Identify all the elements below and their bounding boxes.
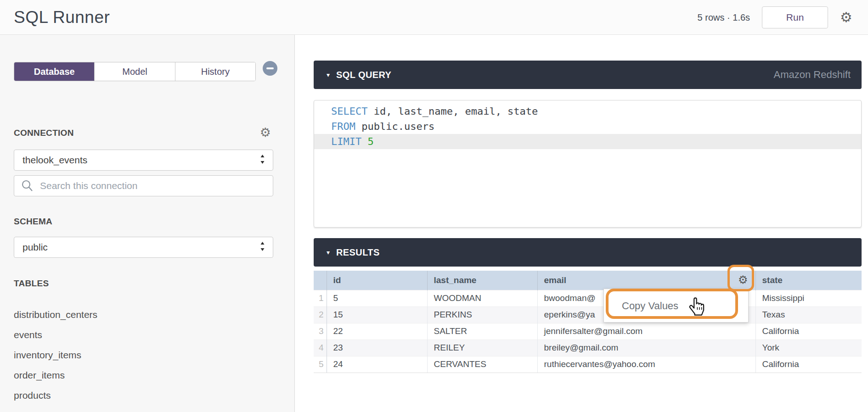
table-item-users[interactable]: users (14, 406, 271, 412)
connection-search (14, 175, 273, 196)
cell-last-name[interactable]: SALTER (427, 323, 537, 340)
table-item-order-items[interactable]: order_items (14, 365, 271, 385)
tables-label: TABLES (14, 278, 49, 289)
tables-header-row: TABLES (14, 278, 271, 289)
cell-email[interactable]: jennifersalter@gmail.com (537, 323, 755, 340)
table-row: 2 15 PERKINS eperkins@ya Texas (314, 306, 862, 323)
cell-id[interactable]: 5 (327, 290, 427, 306)
cell-id[interactable]: 24 (327, 356, 427, 373)
sql-text: public.users (355, 121, 434, 132)
tab-model[interactable]: Model (95, 62, 175, 81)
tables-list: distribution_centers events inventory_it… (14, 305, 271, 412)
column-header-id[interactable]: id (327, 271, 427, 290)
sidebar-tab-bar: Database Model History (14, 62, 256, 81)
cell-state[interactable]: California (755, 356, 862, 373)
chevron-down-icon[interactable]: ▾ (327, 249, 330, 256)
schema-label: SCHEMA (14, 217, 52, 227)
annotation-box-copy-values (606, 289, 738, 319)
table-row: 3 22 SALTER jennifersalter@gmail.com Cal… (314, 323, 862, 340)
updown-arrows-icon (259, 154, 265, 166)
table-row: 4 23 REILEY breiley@gmail.com York (314, 340, 862, 356)
table-row: 5 24 CERVANTES ruthiecervantes@yahoo.com… (314, 356, 862, 373)
sql-number: 5 (367, 136, 373, 147)
sql-query-title: SQL QUERY (336, 70, 391, 80)
table-item-distribution-centers[interactable]: distribution_centers (14, 305, 271, 325)
collapse-sidebar-button[interactable] (263, 61, 277, 76)
row-number: 4 (314, 340, 327, 356)
connection-header-row: CONNECTION ⚙ (14, 127, 271, 139)
query-status: 5 rows · 1.6s (698, 12, 750, 23)
table-item-products[interactable]: products (14, 385, 271, 406)
page-title: SQL Runner (14, 0, 110, 35)
results-header-row: id last_name email⚙ state (314, 271, 862, 290)
results-table: id last_name email⚙ state 1 5 WOODMAN bw… (314, 271, 862, 373)
settings-gear-icon[interactable]: ⚙ (840, 11, 852, 24)
cell-state[interactable]: York (755, 340, 862, 356)
updown-arrows-icon (259, 241, 265, 253)
tab-database[interactable]: Database (14, 62, 95, 81)
sql-keyword: LIMIT (331, 136, 361, 147)
annotation-circle-gear (727, 265, 754, 291)
code-line-1: SELECT id, last_name, email, state (314, 104, 861, 119)
results-title: RESULTS (336, 247, 380, 258)
code-line-2: FROM public.users (314, 119, 861, 134)
row-number: 1 (314, 290, 327, 306)
row-number: 5 (314, 356, 327, 373)
column-header-state[interactable]: state (755, 271, 862, 290)
connection-select-value: thelook_events (23, 155, 259, 166)
column-header-email-label: email (544, 275, 567, 285)
sql-runner-app: SQL Runner 5 rows · 1.6s Run ⚙ Database … (0, 0, 868, 412)
cell-last-name[interactable]: WOODMAN (427, 290, 537, 306)
rownum-header (314, 271, 327, 290)
connection-label: CONNECTION (14, 128, 74, 138)
cell-id[interactable]: 15 (327, 306, 427, 323)
sql-query-panel-header: ▾ SQL QUERY Amazon Redshift (314, 61, 862, 89)
cell-id[interactable]: 23 (327, 340, 427, 356)
cell-state[interactable]: Texas (755, 306, 862, 323)
cell-last-name[interactable]: PERKINS (427, 306, 537, 323)
schema-select[interactable]: public (14, 237, 273, 258)
sql-keyword: FROM (331, 121, 355, 132)
cell-last-name[interactable]: CERVANTES (427, 356, 537, 373)
header-actions: 5 rows · 1.6s Run ⚙ (698, 0, 852, 35)
column-header-email[interactable]: email⚙ (537, 271, 755, 290)
search-icon (21, 179, 34, 192)
schema-select-value: public (23, 242, 259, 253)
code-line-3-active: LIMIT 5 (314, 134, 861, 149)
cell-state[interactable]: California (755, 323, 862, 340)
connection-select[interactable]: thelook_events (14, 150, 273, 171)
table-item-events[interactable]: events (14, 325, 271, 345)
run-button[interactable]: Run (762, 6, 828, 28)
table-item-inventory-items[interactable]: inventory_items (14, 345, 271, 365)
sql-text: id, last_name, email, state (367, 106, 538, 117)
connection-gear-icon[interactable]: ⚙ (260, 127, 271, 139)
sidebar: Database Model History CONNECTION ⚙ thel… (0, 35, 295, 412)
schema-header-row: SCHEMA (14, 217, 271, 227)
connection-engine-label: Amazon Redshift (773, 69, 851, 81)
results-panel-header: ▾ RESULTS (314, 238, 862, 267)
cell-id[interactable]: 22 (327, 323, 427, 340)
sql-editor[interactable]: SELECT id, last_name, email, state FROM … (314, 100, 862, 228)
cell-state[interactable]: Mississippi (755, 290, 862, 306)
cell-email[interactable]: ruthiecervantes@yahoo.com (537, 356, 755, 373)
sql-keyword: SELECT (331, 106, 367, 117)
tab-history[interactable]: History (175, 62, 255, 81)
search-input[interactable] (39, 180, 273, 192)
cell-last-name[interactable]: REILEY (427, 340, 537, 356)
row-number: 2 (314, 306, 327, 323)
cell-email[interactable]: breiley@gmail.com (537, 340, 755, 356)
table-row: 1 5 WOODMAN bwoodman@ Mississippi (314, 290, 862, 306)
chevron-down-icon[interactable]: ▾ (327, 71, 330, 78)
top-header: SQL Runner 5 rows · 1.6s Run ⚙ (0, 0, 868, 35)
row-number: 3 (314, 323, 327, 340)
column-header-last-name[interactable]: last_name (427, 271, 537, 290)
sql-text (361, 136, 367, 147)
